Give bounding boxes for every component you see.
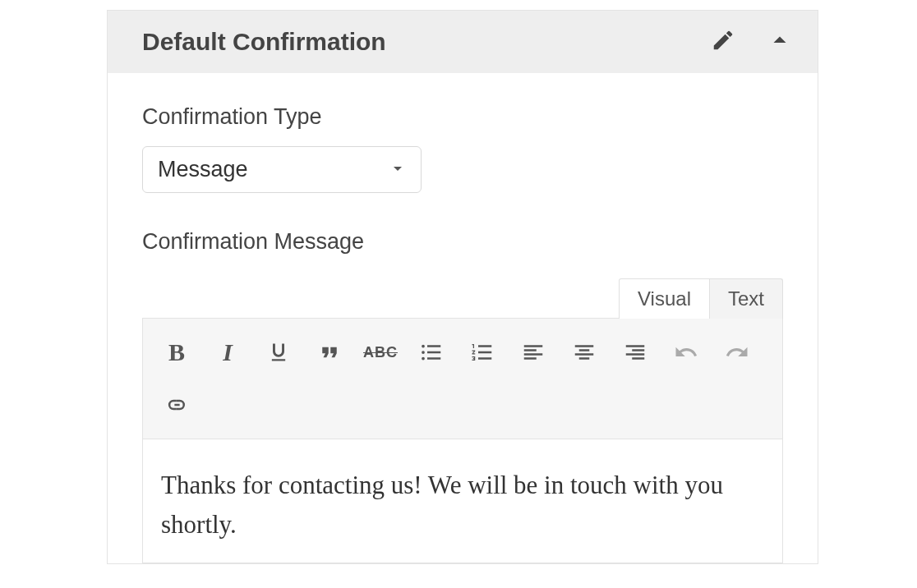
align-right-button[interactable] xyxy=(613,330,657,374)
panel-header: Default Confirmation xyxy=(108,11,818,73)
tab-text[interactable]: Text xyxy=(709,278,783,319)
align-left-button[interactable] xyxy=(511,330,555,374)
editor-text: Thanks for contacting us! We will be in … xyxy=(161,466,764,544)
align-center-button[interactable] xyxy=(562,330,606,374)
editor-content-area[interactable]: Thanks for contacting us! We will be in … xyxy=(142,439,783,563)
editor-toolbar: B I ABC xyxy=(142,318,783,439)
confirmation-panel: Default Confirmation Confirmation Type M… xyxy=(107,10,818,564)
panel-title: Default Confirmation xyxy=(142,28,711,56)
confirmation-message-label: Confirmation Message xyxy=(142,229,783,255)
strikethrough-button[interactable]: ABC xyxy=(358,330,403,374)
redo-button[interactable] xyxy=(715,330,759,374)
undo-button[interactable] xyxy=(664,330,708,374)
link-button[interactable] xyxy=(154,383,199,427)
numbered-list-button[interactable] xyxy=(460,330,505,374)
chevron-down-icon xyxy=(388,158,408,181)
bullet-list-button[interactable] xyxy=(409,330,454,374)
confirmation-type-select[interactable]: Message xyxy=(142,146,422,193)
blockquote-button[interactable] xyxy=(307,330,352,374)
underline-button[interactable] xyxy=(256,330,301,374)
header-actions xyxy=(711,25,795,58)
edit-icon[interactable] xyxy=(711,28,735,56)
confirmation-type-label: Confirmation Type xyxy=(142,104,783,130)
select-value: Message xyxy=(158,157,248,182)
tab-visual[interactable]: Visual xyxy=(619,278,710,319)
panel-body: Confirmation Type Message Confirmation M… xyxy=(108,73,818,563)
editor-tabs: Visual Text xyxy=(142,278,783,318)
bold-button[interactable]: B xyxy=(154,330,199,374)
italic-button[interactable]: I xyxy=(205,330,250,374)
collapse-icon[interactable] xyxy=(765,25,795,58)
